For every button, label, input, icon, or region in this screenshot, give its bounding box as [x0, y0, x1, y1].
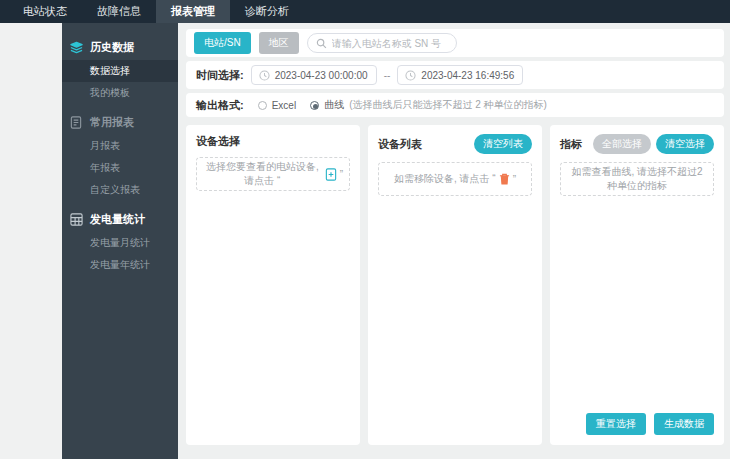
sidebar-item-generation-yearly[interactable]: 发电量年统计 — [62, 254, 178, 276]
main-content: 电站/SN 地区 时间选择: 2023-04-23 00:00:00 -- — [178, 23, 730, 459]
metrics-placeholder-box: 如需查看曲线, 请选择不超过2种单位的指标 — [560, 162, 714, 196]
start-time-value: 2023-04-23 00:00:00 — [275, 70, 368, 81]
sidebar-group-common-reports: 常用报表 月报表 年报表 自定义报表 — [62, 110, 178, 201]
search-icon — [316, 38, 327, 49]
sidebar: 历史数据 数据选择 我的模板 常用报表 月报表 年报表 自定义报表 发电量统计 — [62, 23, 178, 459]
end-time-input[interactable]: 2023-04-23 16:49:56 — [397, 65, 523, 85]
device-select-panel: 设备选择 选择您要查看的电站设备, 请点击 “ ” — [186, 125, 360, 445]
sidebar-item-monthly-report[interactable]: 月报表 — [62, 135, 178, 157]
time-select-card: 时间选择: 2023-04-23 00:00:00 -- 2023-04-23 … — [186, 61, 724, 89]
metrics-panel: 指标 全部选择 清空选择 如需查看曲线, 请选择不超过2种单位的指标 重置选择 … — [550, 125, 724, 445]
left-gutter — [0, 23, 62, 459]
time-select-label: 时间选择: — [196, 68, 244, 83]
layers-icon — [70, 41, 83, 54]
sidebar-item-my-templates[interactable]: 我的模板 — [62, 82, 178, 104]
device-list-placeholder-text: 如需移除设备, 请点击 “ — [394, 172, 496, 186]
nav-item-station-status[interactable]: 电站状态 — [8, 0, 82, 23]
station-sn-button[interactable]: 电站/SN — [194, 32, 251, 54]
sidebar-item-generation-monthly[interactable]: 发电量月统计 — [62, 232, 178, 254]
radio-unchecked-icon — [258, 101, 267, 110]
doc-add-icon — [325, 168, 337, 181]
clock-icon — [405, 70, 416, 81]
select-all-button[interactable]: 全部选择 — [593, 134, 651, 154]
sidebar-item-yearly-report[interactable]: 年报表 — [62, 157, 178, 179]
region-button[interactable]: 地区 — [259, 32, 299, 54]
sidebar-group-header-history-data[interactable]: 历史数据 — [62, 35, 178, 60]
device-list-panel: 设备列表 清空列表 如需移除设备, 请点击 “ ” — [368, 125, 542, 445]
clear-selection-button[interactable]: 清空选择 — [656, 134, 714, 154]
device-list-placeholder-box: 如需移除设备, 请点击 “ ” — [378, 162, 532, 196]
metrics-title: 指标 — [560, 137, 582, 152]
nav-item-diagnostic-analysis[interactable]: 诊断分析 — [230, 0, 304, 23]
device-select-placeholder-box: 选择您要查看的电站设备, 请点击 “ ” — [196, 157, 350, 191]
device-select-placeholder-text: 选择您要查看的电站设备, 请点击 “ — [203, 160, 322, 188]
search-input[interactable] — [332, 38, 448, 49]
device-list-title: 设备列表 — [378, 137, 422, 152]
metrics-placeholder-text: 如需查看曲线, 请选择不超过2种单位的指标 — [567, 165, 707, 193]
search-box[interactable] — [307, 33, 457, 53]
radio-curve-label: 曲线 — [324, 98, 344, 112]
nav-item-fault-info[interactable]: 故障信息 — [82, 0, 156, 23]
sidebar-group-header-generation-stats[interactable]: 发电量统计 — [62, 207, 178, 232]
station-filter-card: 电站/SN 地区 — [186, 29, 724, 57]
radio-excel-label: Excel — [272, 100, 296, 111]
sidebar-item-custom-report[interactable]: 自定义报表 — [62, 179, 178, 201]
sidebar-group-history-data: 历史数据 数据选择 我的模板 — [62, 35, 178, 104]
sidebar-group-label: 常用报表 — [90, 115, 134, 130]
clear-list-button[interactable]: 清空列表 — [474, 134, 532, 154]
end-time-value: 2023-04-23 16:49:56 — [421, 70, 514, 81]
report-icon — [70, 116, 83, 129]
sidebar-group-label: 发电量统计 — [90, 212, 145, 227]
sidebar-group-label: 历史数据 — [90, 40, 134, 55]
trash-icon — [499, 173, 510, 185]
output-format-label: 输出格式: — [196, 98, 244, 113]
clock-icon — [259, 70, 270, 81]
selection-panels: 设备选择 选择您要查看的电站设备, 请点击 “ ” 设备列表 清空列表 — [186, 125, 724, 445]
device-select-placeholder-quote: ” — [340, 169, 343, 180]
time-range-separator: -- — [384, 70, 391, 81]
sidebar-group-header-common-reports[interactable]: 常用报表 — [62, 110, 178, 135]
generate-data-button[interactable]: 生成数据 — [654, 413, 714, 435]
radio-option-curve[interactable]: 曲线 (选择曲线后只能选择不超过 2 种单位的指标) — [310, 98, 547, 112]
radio-curve-note: (选择曲线后只能选择不超过 2 种单位的指标) — [349, 98, 547, 112]
grid-icon — [70, 213, 83, 226]
output-format-card: 输出格式: Excel 曲线 (选择曲线后只能选择不超过 2 种单位的指标) — [186, 93, 724, 117]
radio-checked-icon — [310, 101, 319, 110]
top-navbar: 电站状态 故障信息 报表管理 诊断分析 — [0, 0, 730, 23]
device-list-placeholder-quote: ” — [513, 174, 516, 185]
nav-item-report-management[interactable]: 报表管理 — [156, 0, 230, 23]
start-time-input[interactable]: 2023-04-23 00:00:00 — [251, 65, 377, 85]
device-select-title: 设备选择 — [196, 134, 240, 149]
radio-option-excel[interactable]: Excel — [258, 100, 296, 111]
reset-selection-button[interactable]: 重置选择 — [586, 413, 646, 435]
sidebar-item-data-select[interactable]: 数据选择 — [62, 60, 178, 82]
sidebar-group-generation-stats: 发电量统计 发电量月统计 发电量年统计 — [62, 207, 178, 276]
